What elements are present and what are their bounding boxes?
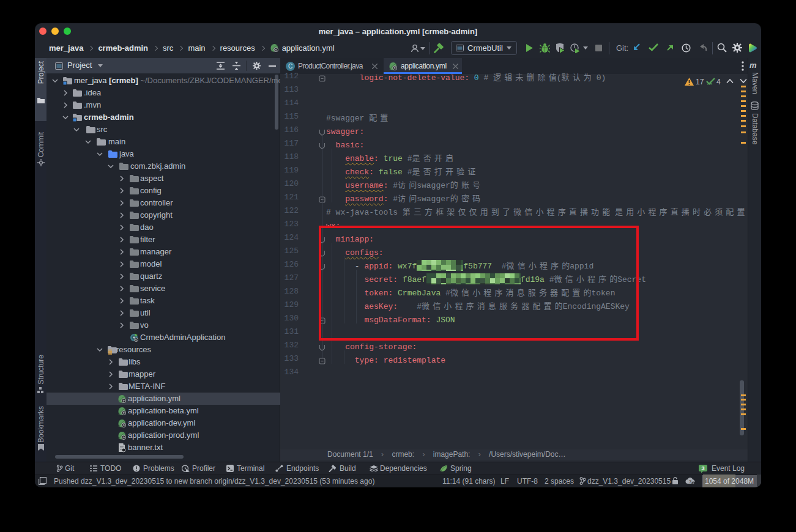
svg-text:C: C xyxy=(288,63,292,70)
svg-text:3: 3 xyxy=(701,465,704,471)
svg-text:?: ? xyxy=(689,479,692,484)
